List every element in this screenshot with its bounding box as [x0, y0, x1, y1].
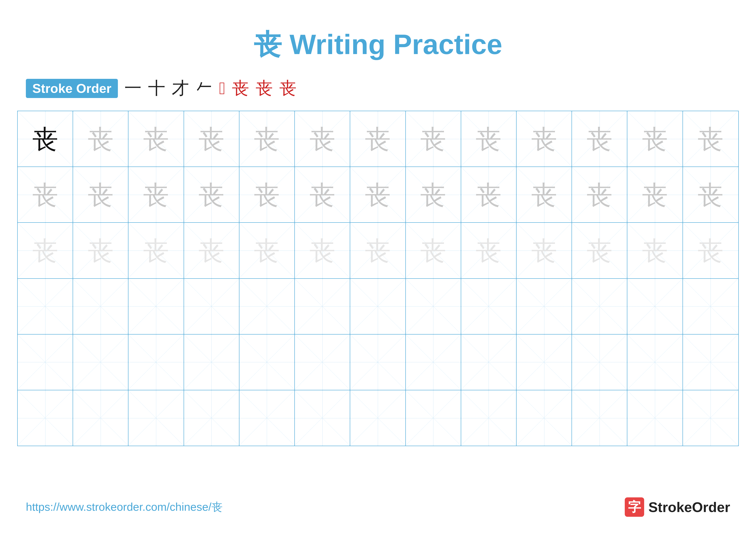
grid-cell[interactable]: 丧 — [572, 111, 627, 166]
stroke-5: 𰃦 — [219, 78, 226, 98]
grid-cell[interactable]: 丧 — [517, 223, 572, 278]
grid-cell[interactable]: 丧 — [295, 223, 350, 278]
grid-cell[interactable] — [350, 390, 406, 446]
grid-cell[interactable]: 丧 — [18, 167, 73, 222]
grid-cell[interactable] — [239, 335, 295, 390]
title-char: 丧 — [254, 29, 282, 60]
stroke-3: 才 — [172, 77, 189, 100]
grid-cell[interactable] — [239, 279, 295, 334]
grid-cell[interactable]: 丧 — [572, 167, 627, 222]
grid-cell[interactable]: 丧 — [128, 111, 184, 166]
grid-row-4 — [18, 279, 738, 335]
grid-cell[interactable]: 丧 — [184, 111, 239, 166]
grid-cell[interactable] — [683, 335, 738, 390]
grid-cell[interactable] — [517, 390, 572, 446]
grid-cell[interactable] — [73, 279, 128, 334]
grid-cell[interactable]: 丧 — [184, 167, 239, 222]
grid-cell[interactable] — [627, 279, 683, 334]
grid-cell[interactable] — [350, 335, 406, 390]
stroke-1: 一 — [124, 77, 142, 100]
stroke-7: 丧 — [256, 77, 273, 100]
stroke-order-section: Stroke Order 一 十 才 𠂉 𰃦 丧 丧 丧 — [0, 77, 756, 100]
grid-cell[interactable] — [406, 390, 461, 446]
logo-icon: 字 — [625, 497, 644, 517]
grid-cell[interactable] — [18, 279, 73, 334]
grid-cell[interactable]: 丧 — [683, 111, 738, 166]
grid-cell[interactable]: 丧 — [517, 167, 572, 222]
grid-cell[interactable] — [295, 390, 350, 446]
grid-cell[interactable]: 丧 — [517, 111, 572, 166]
grid-cell[interactable]: 丧 — [627, 223, 683, 278]
grid-cell[interactable]: 丧 — [350, 167, 406, 222]
grid-cell[interactable]: 丧 — [295, 167, 350, 222]
grid-cell[interactable]: 丧 — [73, 111, 128, 166]
grid-cell[interactable] — [128, 335, 184, 390]
grid-cell[interactable] — [572, 390, 627, 446]
stroke-order-chars: 一 十 才 𠂉 𰃦 丧 丧 丧 — [124, 77, 297, 100]
grid-cell[interactable]: 丧 — [627, 167, 683, 222]
grid-cell[interactable] — [572, 279, 627, 334]
practice-grid: 丧 丧 丧 丧 丧 丧 丧 丧 — [17, 111, 739, 446]
grid-cell[interactable] — [184, 335, 239, 390]
grid-cell[interactable]: 丧 — [18, 223, 73, 278]
grid-cell[interactable] — [406, 335, 461, 390]
grid-cell[interactable] — [683, 390, 738, 446]
grid-cell[interactable] — [73, 335, 128, 390]
page-title: 丧 Writing Practice — [0, 0, 756, 77]
grid-cell[interactable]: 丧 — [18, 111, 73, 166]
grid-cell[interactable]: 丧 — [406, 223, 461, 278]
title-text: Writing Practice — [289, 29, 502, 60]
grid-cell[interactable]: 丧 — [239, 111, 295, 166]
grid-cell[interactable] — [184, 279, 239, 334]
grid-cell[interactable]: 丧 — [73, 223, 128, 278]
grid-cell[interactable] — [461, 279, 517, 334]
grid-cell[interactable]: 丧 — [461, 111, 517, 166]
grid-cell[interactable]: 丧 — [461, 167, 517, 222]
grid-cell[interactable]: 丧 — [128, 223, 184, 278]
stroke-4: 𠂉 — [196, 78, 213, 98]
grid-cell[interactable]: 丧 — [406, 111, 461, 166]
grid-row-5 — [18, 335, 738, 390]
grid-cell[interactable] — [295, 335, 350, 390]
grid-cell[interactable] — [184, 390, 239, 446]
grid-cell[interactable] — [128, 390, 184, 446]
grid-cell[interactable] — [572, 335, 627, 390]
grid-cell[interactable] — [18, 390, 73, 446]
grid-cell[interactable]: 丧 — [461, 223, 517, 278]
footer: https://www.strokeorder.com/chinese/丧 字 … — [0, 497, 756, 517]
grid-row-2: 丧 丧 丧 丧 丧 丧 丧 丧 — [18, 167, 738, 223]
grid-cell[interactable] — [406, 279, 461, 334]
logo-text: StrokeOrder — [648, 499, 730, 515]
stroke-8: 丧 — [279, 77, 297, 100]
grid-cell[interactable]: 丧 — [572, 223, 627, 278]
stroke-6: 丧 — [232, 77, 249, 100]
grid-cell[interactable]: 丧 — [683, 167, 738, 222]
grid-cell[interactable] — [461, 335, 517, 390]
grid-cell[interactable]: 丧 — [350, 223, 406, 278]
grid-cell[interactable] — [350, 279, 406, 334]
grid-cell[interactable] — [627, 390, 683, 446]
grid-row-3: 丧 丧 丧 丧 丧 丧 丧 丧 — [18, 223, 738, 279]
grid-cell[interactable]: 丧 — [239, 223, 295, 278]
grid-cell[interactable] — [239, 390, 295, 446]
grid-cell[interactable]: 丧 — [683, 223, 738, 278]
grid-cell[interactable] — [128, 279, 184, 334]
grid-cell[interactable] — [18, 335, 73, 390]
grid-cell[interactable] — [461, 390, 517, 446]
grid-cell[interactable] — [627, 335, 683, 390]
grid-cell[interactable]: 丧 — [184, 223, 239, 278]
grid-cell[interactable]: 丧 — [128, 167, 184, 222]
grid-cell[interactable] — [73, 390, 128, 446]
grid-cell[interactable]: 丧 — [627, 111, 683, 166]
grid-cell[interactable]: 丧 — [239, 167, 295, 222]
grid-cell[interactable] — [517, 279, 572, 334]
grid-cell[interactable]: 丧 — [406, 167, 461, 222]
footer-url[interactable]: https://www.strokeorder.com/chinese/丧 — [26, 499, 223, 515]
grid-cell[interactable] — [683, 279, 738, 334]
grid-cell[interactable]: 丧 — [73, 167, 128, 222]
grid-row-6 — [18, 390, 738, 446]
grid-cell[interactable]: 丧 — [295, 111, 350, 166]
grid-cell[interactable] — [295, 279, 350, 334]
grid-cell[interactable] — [517, 335, 572, 390]
grid-cell[interactable]: 丧 — [350, 111, 406, 166]
